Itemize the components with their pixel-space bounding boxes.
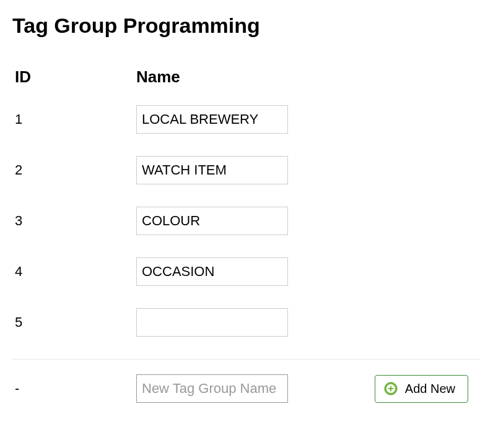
new-row-id: -	[12, 381, 136, 397]
new-tag-group-row: - Add New	[12, 374, 481, 403]
row-id: 5	[12, 314, 136, 330]
tag-group-name-input[interactable]	[136, 308, 288, 337]
row-id: 1	[12, 111, 136, 127]
tag-group-name-input[interactable]	[136, 257, 288, 286]
tag-group-table: ID Name 12345 - Add New	[12, 67, 481, 403]
tag-group-name-input[interactable]	[136, 156, 288, 184]
row-id: 2	[12, 162, 136, 178]
table-row: 4	[12, 257, 481, 286]
divider	[12, 359, 481, 360]
add-icon	[384, 382, 398, 395]
table-row: 1	[12, 105, 481, 134]
add-new-button[interactable]: Add New	[375, 375, 468, 403]
tag-group-name-input[interactable]	[136, 207, 288, 235]
row-id: 3	[12, 213, 136, 229]
add-new-button-label: Add New	[405, 382, 455, 396]
svg-rect-3	[388, 388, 393, 389]
row-id: 4	[12, 264, 136, 280]
column-header-name: Name	[136, 67, 291, 87]
table-row: 2	[12, 156, 481, 184]
table-row: 5	[12, 308, 481, 337]
page-title: Tag Group Programming	[12, 14, 481, 38]
column-header-id: ID	[12, 67, 136, 87]
new-tag-group-name-input[interactable]	[136, 374, 288, 403]
table-row: 3	[12, 207, 481, 235]
table-header-row: ID Name	[12, 67, 481, 87]
tag-group-name-input[interactable]	[136, 105, 288, 134]
